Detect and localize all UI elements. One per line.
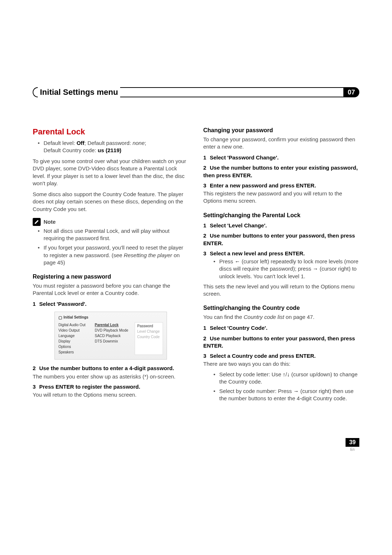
text: Press bbox=[219, 258, 235, 264]
cursor-right-icon: → bbox=[313, 266, 318, 272]
chapter-number-badge: 07 bbox=[343, 87, 359, 97]
step-3: 3Enter a new password and press ENTER. bbox=[203, 182, 359, 189]
step-2: 2Use number buttons to enter your passwo… bbox=[203, 232, 359, 247]
subheading-parental-lock-level: Setting/changing the Parental Lock bbox=[203, 211, 359, 219]
osd-item: Speakers bbox=[58, 349, 91, 355]
chapter-header: Initial Settings menu 07 bbox=[33, 87, 359, 97]
step-1: 1Select 'Password Change'. bbox=[203, 154, 359, 161]
osd-item: SACD Playback bbox=[95, 333, 131, 339]
step-text: Press ENTER to register the password. bbox=[39, 384, 140, 390]
osd-title-row: ▢ Initial Settings bbox=[58, 315, 163, 320]
note-item: Not all discs use Parental Lock, and wil… bbox=[39, 227, 189, 242]
step-3: 3Press ENTER to register the password. bbox=[33, 383, 189, 390]
note-item: If you forget your password, you'll need… bbox=[39, 244, 189, 266]
text: on page 47. bbox=[284, 314, 314, 320]
paragraph: To give you some control over what your … bbox=[33, 158, 189, 187]
step-3: 3Select a new level and press ENTER. bbox=[203, 250, 359, 257]
osd-item: DVD Playback Mode bbox=[95, 328, 131, 333]
step-3: 3Select a Country code and press ENTER. bbox=[203, 352, 359, 360]
note-heading: Note bbox=[33, 218, 189, 226]
step-text: Select a new level and press ENTER. bbox=[210, 250, 305, 256]
step-text: Enter a new password and press ENTER. bbox=[210, 182, 316, 189]
cursor-left-icon: ← bbox=[235, 258, 240, 264]
step-1: 1Select 'Country Code'. bbox=[203, 324, 359, 332]
paragraph: To change your password, confirm your ex… bbox=[203, 136, 359, 151]
paragraph: You must register a password before you … bbox=[33, 282, 189, 297]
osd-col-1: Digital Audio Out Video Output Language … bbox=[58, 322, 91, 355]
step-text: Select a Country code and press ENTER. bbox=[210, 353, 316, 359]
paragraph: You can find the Country code list on pa… bbox=[203, 313, 359, 321]
step-desc: You will return to the Options menu scre… bbox=[33, 391, 189, 398]
step-text: Select 'Password Change'. bbox=[210, 154, 279, 161]
step-text: Use number buttons to enter your passwor… bbox=[203, 232, 355, 246]
osd-item: Options bbox=[58, 344, 91, 349]
page-number-badge: 39 En bbox=[346, 438, 359, 451]
subheading-changing-password: Changing your password bbox=[203, 126, 359, 134]
step-text: Select 'Country Code'. bbox=[210, 325, 268, 331]
osd-columns: Digital Audio Out Video Output Language … bbox=[58, 322, 163, 355]
osd-col-3: Password Level Change Country Code bbox=[135, 322, 163, 355]
page-number: 39 bbox=[346, 438, 359, 447]
sub-bullet-item: Select by code letter: Use ↑/↓ (cursor u… bbox=[215, 371, 359, 386]
step-2: 2Use the number buttons to enter a 4-dig… bbox=[33, 365, 189, 372]
osd-item: Video Output bbox=[58, 328, 91, 333]
step-text: Use number buttons to enter your passwor… bbox=[203, 335, 355, 349]
step-text: Use the number buttons to enter a 4-digi… bbox=[39, 365, 174, 371]
subheading-registering-password: Registering a new password bbox=[33, 273, 189, 281]
header-rule bbox=[120, 87, 343, 97]
osd-item: Password bbox=[137, 323, 160, 329]
text: You can find the bbox=[203, 314, 244, 320]
section-heading-parental-lock: Parental Lock bbox=[33, 126, 189, 137]
defaults-item: Default level: Off; Default password: no… bbox=[39, 139, 189, 154]
text: ; bbox=[145, 140, 146, 146]
sub-bullet-item: Select by code number: Press → (cursor r… bbox=[215, 388, 359, 402]
osd-item-dim: Country Code bbox=[137, 334, 160, 340]
osd-item: DTS Downmix bbox=[95, 339, 131, 344]
text: ; Default password: bbox=[85, 140, 133, 146]
page-footer: 39 En bbox=[33, 438, 359, 451]
note-label: Note bbox=[44, 218, 56, 226]
step-1: 1Select 'Level Change'. bbox=[203, 222, 359, 229]
default-level-value: Off bbox=[77, 140, 85, 146]
note-list: Not all discs use Parental Lock, and wil… bbox=[33, 227, 189, 266]
cursor-up-icon: ↑ bbox=[283, 371, 286, 377]
osd-title: Initial Settings bbox=[64, 315, 88, 320]
text: Select by code letter: Use bbox=[219, 371, 283, 377]
sub-bullet-list: Press ← (cursor left) repeatedly to lock… bbox=[203, 258, 359, 280]
step-desc: This registers the new password and you … bbox=[203, 190, 359, 205]
osd-screenshot: ▢ Initial Settings Digital Audio Out Vid… bbox=[54, 312, 167, 360]
step-1: 1Select 'Password'. bbox=[33, 300, 189, 308]
header-cap-left bbox=[33, 87, 38, 97]
sub-bullet-item: Press ← (cursor left) repeatedly to lock… bbox=[215, 258, 359, 280]
reference-italic: Country code list bbox=[244, 314, 284, 320]
step-text: Select 'Level Change'. bbox=[210, 222, 267, 228]
default-password-value: none bbox=[132, 140, 144, 146]
paragraph: Some discs also support the Country Code… bbox=[33, 191, 189, 213]
note-icon bbox=[33, 218, 41, 226]
step-text: Use the number buttons to enter your exi… bbox=[203, 165, 358, 178]
pointer-icon: ▢ bbox=[58, 315, 62, 320]
manual-page: Initial Settings menu 07 Parental Lock D… bbox=[0, 0, 392, 473]
default-country-code-value: us (2119) bbox=[98, 147, 121, 153]
osd-col-2: Parental Lock DVD Playback Mode SACD Pla… bbox=[95, 322, 131, 355]
text: Default level: bbox=[44, 140, 77, 146]
osd-item: Digital Audio Out bbox=[58, 322, 91, 328]
chapter-title: Initial Settings menu bbox=[38, 87, 120, 97]
osd-item: Display bbox=[58, 339, 91, 344]
step-text: Select 'Password'. bbox=[39, 301, 87, 307]
paragraph: This sets the new level and you will ret… bbox=[203, 283, 359, 298]
cursor-right-icon: → bbox=[293, 388, 299, 394]
two-column-layout: Parental Lock Default level: Off; Defaul… bbox=[33, 126, 359, 405]
step-2: 2Use number buttons to enter your passwo… bbox=[203, 335, 359, 350]
right-column: Changing your password To change your pa… bbox=[203, 126, 359, 405]
sub-bullet-list: Select by code letter: Use ↑/↓ (cursor u… bbox=[203, 371, 359, 402]
step-desc: There are two ways you can do this: bbox=[203, 360, 359, 368]
osd-item-selected: Parental Lock bbox=[95, 322, 131, 328]
defaults-list: Default level: Off; Default password: no… bbox=[33, 139, 189, 154]
text: Select by code number: Press bbox=[219, 388, 293, 394]
osd-item-dim: Level Change bbox=[137, 329, 160, 334]
step-desc: The numbers you enter show up as asteris… bbox=[33, 373, 189, 380]
chapter-number: 07 bbox=[348, 89, 355, 96]
text: Default Country code: bbox=[44, 147, 98, 153]
left-column: Parental Lock Default level: Off; Defaul… bbox=[33, 126, 189, 405]
